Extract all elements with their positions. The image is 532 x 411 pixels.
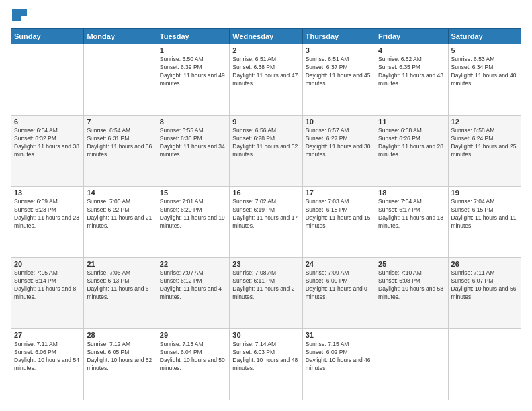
day-number: 10 xyxy=(306,118,372,126)
day-info: Sunrise: 6:52 AM Sunset: 6:35 PM Dayligh… xyxy=(378,56,445,88)
day-info: Sunrise: 7:03 AM Sunset: 6:18 PM Dayligh… xyxy=(306,198,372,230)
calendar-week-0: 1Sunrise: 6:50 AM Sunset: 6:39 PM Daylig… xyxy=(11,44,521,116)
day-info: Sunrise: 7:04 AM Sunset: 6:15 PM Dayligh… xyxy=(451,198,518,230)
day-info: Sunrise: 7:00 AM Sunset: 6:22 PM Dayligh… xyxy=(87,198,153,230)
day-number: 24 xyxy=(306,260,372,268)
day-number: 11 xyxy=(378,118,445,126)
day-number: 8 xyxy=(160,118,226,126)
day-info: Sunrise: 7:08 AM Sunset: 6:11 PM Dayligh… xyxy=(232,269,299,302)
calendar-cell: 6Sunrise: 6:54 AM Sunset: 6:32 PM Daylig… xyxy=(11,116,84,187)
day-number: 25 xyxy=(378,260,445,268)
day-info: Sunrise: 7:01 AM Sunset: 6:20 PM Dayligh… xyxy=(160,198,226,230)
calendar-cell: 7Sunrise: 6:54 AM Sunset: 6:31 PM Daylig… xyxy=(84,116,157,187)
day-info: Sunrise: 7:04 AM Sunset: 6:17 PM Dayligh… xyxy=(378,198,445,230)
calendar-cell: 1Sunrise: 6:50 AM Sunset: 6:39 PM Daylig… xyxy=(157,44,229,116)
calendar-cell: 14Sunrise: 7:00 AM Sunset: 6:22 PM Dayli… xyxy=(84,187,157,258)
calendar-header-friday: Friday xyxy=(375,29,448,44)
day-number: 23 xyxy=(232,260,299,268)
day-info: Sunrise: 6:54 AM Sunset: 6:31 PM Dayligh… xyxy=(87,127,153,159)
calendar-cell xyxy=(84,44,157,116)
day-info: Sunrise: 6:50 AM Sunset: 6:39 PM Dayligh… xyxy=(160,56,226,88)
calendar-cell: 20Sunrise: 7:05 AM Sunset: 6:14 PM Dayli… xyxy=(11,258,84,329)
calendar-cell: 24Sunrise: 7:09 AM Sunset: 6:09 PM Dayli… xyxy=(302,258,375,329)
calendar-table: SundayMondayTuesdayWednesdayThursdayFrid… xyxy=(11,28,521,400)
day-number: 22 xyxy=(160,260,226,268)
day-number: 9 xyxy=(232,118,299,126)
day-number: 3 xyxy=(306,46,372,54)
calendar-cell: 19Sunrise: 7:04 AM Sunset: 6:15 PM Dayli… xyxy=(448,187,521,258)
calendar-cell: 27Sunrise: 7:11 AM Sunset: 6:06 PM Dayli… xyxy=(11,329,84,400)
calendar-cell xyxy=(375,329,448,400)
calendar-header-row: SundayMondayTuesdayWednesdayThursdayFrid… xyxy=(11,29,521,44)
day-number: 28 xyxy=(87,331,153,339)
calendar-week-1: 6Sunrise: 6:54 AM Sunset: 6:32 PM Daylig… xyxy=(11,116,521,187)
day-info: Sunrise: 7:10 AM Sunset: 6:08 PM Dayligh… xyxy=(378,269,445,302)
calendar-cell: 8Sunrise: 6:55 AM Sunset: 6:30 PM Daylig… xyxy=(157,116,229,187)
calendar-cell: 28Sunrise: 7:12 AM Sunset: 6:05 PM Dayli… xyxy=(84,329,157,400)
day-info: Sunrise: 6:58 AM Sunset: 6:24 PM Dayligh… xyxy=(451,127,518,159)
day-number: 6 xyxy=(14,118,81,126)
calendar-cell xyxy=(448,329,521,400)
calendar-cell: 23Sunrise: 7:08 AM Sunset: 6:11 PM Dayli… xyxy=(230,258,302,329)
day-info: Sunrise: 6:57 AM Sunset: 6:27 PM Dayligh… xyxy=(306,127,372,159)
calendar-header-thursday: Thursday xyxy=(302,29,375,44)
header xyxy=(11,11,521,21)
calendar-cell: 5Sunrise: 6:53 AM Sunset: 6:34 PM Daylig… xyxy=(448,44,521,116)
day-info: Sunrise: 7:09 AM Sunset: 6:09 PM Dayligh… xyxy=(306,269,372,302)
day-info: Sunrise: 7:05 AM Sunset: 6:14 PM Dayligh… xyxy=(14,269,81,302)
logo xyxy=(11,11,27,21)
svg-marker-0 xyxy=(12,9,27,21)
day-number: 29 xyxy=(160,331,226,339)
day-number: 16 xyxy=(232,189,299,197)
day-number: 21 xyxy=(87,260,153,268)
calendar-cell xyxy=(11,44,84,116)
day-info: Sunrise: 7:07 AM Sunset: 6:12 PM Dayligh… xyxy=(160,269,226,302)
day-number: 4 xyxy=(378,46,445,54)
calendar-cell: 15Sunrise: 7:01 AM Sunset: 6:20 PM Dayli… xyxy=(157,187,229,258)
calendar-cell: 16Sunrise: 7:02 AM Sunset: 6:19 PM Dayli… xyxy=(230,187,302,258)
page: SundayMondayTuesdayWednesdayThursdayFrid… xyxy=(0,0,532,411)
calendar-cell: 22Sunrise: 7:07 AM Sunset: 6:12 PM Dayli… xyxy=(157,258,229,329)
day-info: Sunrise: 7:11 AM Sunset: 6:07 PM Dayligh… xyxy=(451,269,518,302)
calendar-week-4: 27Sunrise: 7:11 AM Sunset: 6:06 PM Dayli… xyxy=(11,329,521,400)
calendar-header-monday: Monday xyxy=(84,29,157,44)
day-info: Sunrise: 6:56 AM Sunset: 6:28 PM Dayligh… xyxy=(232,127,299,159)
day-number: 18 xyxy=(378,189,445,197)
day-number: 20 xyxy=(14,260,81,268)
day-number: 31 xyxy=(306,331,372,339)
day-number: 17 xyxy=(306,189,372,197)
day-number: 1 xyxy=(160,46,226,54)
day-info: Sunrise: 6:59 AM Sunset: 6:23 PM Dayligh… xyxy=(14,198,81,230)
day-number: 2 xyxy=(232,46,299,54)
calendar-week-3: 20Sunrise: 7:05 AM Sunset: 6:14 PM Dayli… xyxy=(11,258,521,329)
calendar-cell: 26Sunrise: 7:11 AM Sunset: 6:07 PM Dayli… xyxy=(448,258,521,329)
day-info: Sunrise: 7:13 AM Sunset: 6:04 PM Dayligh… xyxy=(160,340,226,373)
day-number: 12 xyxy=(451,118,518,126)
calendar-week-2: 13Sunrise: 6:59 AM Sunset: 6:23 PM Dayli… xyxy=(11,187,521,258)
day-number: 5 xyxy=(451,46,518,54)
calendar-header-saturday: Saturday xyxy=(448,29,521,44)
day-info: Sunrise: 7:11 AM Sunset: 6:06 PM Dayligh… xyxy=(14,340,81,373)
day-info: Sunrise: 6:54 AM Sunset: 6:32 PM Dayligh… xyxy=(14,127,81,159)
day-info: Sunrise: 7:12 AM Sunset: 6:05 PM Dayligh… xyxy=(87,340,153,373)
day-number: 14 xyxy=(87,189,153,197)
calendar-cell: 13Sunrise: 6:59 AM Sunset: 6:23 PM Dayli… xyxy=(11,187,84,258)
day-number: 19 xyxy=(451,189,518,197)
calendar-cell: 21Sunrise: 7:06 AM Sunset: 6:13 PM Dayli… xyxy=(84,258,157,329)
day-info: Sunrise: 7:06 AM Sunset: 6:13 PM Dayligh… xyxy=(87,269,153,302)
day-number: 27 xyxy=(14,331,81,339)
day-number: 7 xyxy=(87,118,153,126)
calendar-header-sunday: Sunday xyxy=(11,29,84,44)
day-info: Sunrise: 6:51 AM Sunset: 6:38 PM Dayligh… xyxy=(232,56,299,88)
day-info: Sunrise: 7:02 AM Sunset: 6:19 PM Dayligh… xyxy=(232,198,299,230)
calendar-cell: 12Sunrise: 6:58 AM Sunset: 6:24 PM Dayli… xyxy=(448,116,521,187)
calendar-cell: 9Sunrise: 6:56 AM Sunset: 6:28 PM Daylig… xyxy=(230,116,302,187)
calendar-cell: 30Sunrise: 7:14 AM Sunset: 6:03 PM Dayli… xyxy=(230,329,302,400)
day-number: 13 xyxy=(14,189,81,197)
day-info: Sunrise: 6:58 AM Sunset: 6:26 PM Dayligh… xyxy=(378,127,445,159)
day-info: Sunrise: 7:15 AM Sunset: 6:02 PM Dayligh… xyxy=(306,340,372,373)
calendar-cell: 17Sunrise: 7:03 AM Sunset: 6:18 PM Dayli… xyxy=(302,187,375,258)
calendar-cell: 3Sunrise: 6:51 AM Sunset: 6:37 PM Daylig… xyxy=(302,44,375,116)
day-number: 30 xyxy=(232,331,299,339)
calendar-cell: 31Sunrise: 7:15 AM Sunset: 6:02 PM Dayli… xyxy=(302,329,375,400)
